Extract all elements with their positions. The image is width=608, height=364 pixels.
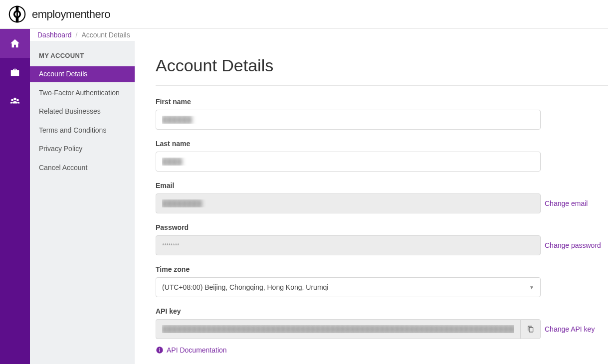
nav-briefcase[interactable] [0,58,30,87]
chevron-down-icon: ▼ [529,285,534,290]
timezone-row: Time zone (UTC+08:00) Beijing, Chongqing… [156,265,608,297]
timezone-label: Time zone [156,265,608,273]
last-name-row: Last name [156,140,608,172]
email-input [156,193,541,213]
last-name-label: Last name [156,140,608,148]
breadcrumb: Dashboard / Account Details [30,29,608,41]
sidebar-title: MY ACCOUNT [30,52,135,66]
people-icon [9,96,20,107]
api-documentation-link[interactable]: API Documentation [156,346,608,354]
nav-home[interactable] [0,29,30,58]
email-label: Email [156,182,608,189]
copy-icon [527,326,534,333]
copy-api-key-button[interactable] [521,319,541,339]
timezone-select[interactable]: (UTC+08:00) Beijing, Chongqing, Hong Kon… [156,277,541,297]
account-sidebar: MY ACCOUNT Account Details Two-Factor Au… [30,41,135,364]
timezone-value: (UTC+08:00) Beijing, Chongqing, Hong Kon… [162,283,328,291]
sidebar-item-cancel[interactable]: Cancel Account [30,160,135,176]
breadcrumb-dashboard[interactable]: Dashboard [37,31,72,39]
last-name-input[interactable] [156,152,541,172]
password-input [156,235,541,255]
api-key-input [156,319,521,339]
svg-rect-6 [159,348,160,349]
breadcrumb-current: Account Details [81,31,130,39]
nav-people[interactable] [0,87,30,116]
page-content: Account Details First name Last name Ema… [135,41,608,364]
divider [156,85,608,86]
svg-rect-5 [159,350,160,352]
nav-rail [0,29,30,364]
logo-text: employmenthero [32,8,110,21]
page-title: Account Details [156,56,608,75]
info-icon [156,346,164,354]
logo-icon [8,5,26,23]
password-row: Password Change password [156,223,608,255]
first-name-row: First name [156,98,608,130]
api-key-row: API key Change API key API Documentation [156,307,608,354]
password-label: Password [156,223,608,231]
email-row: Email Change email [156,182,608,213]
change-api-key-link[interactable]: Change API key [545,325,595,333]
home-icon [9,38,20,49]
svg-rect-3 [16,12,18,16]
api-key-label: API key [156,307,608,315]
change-password-link[interactable]: Change password [545,241,601,249]
sidebar-item-related-businesses[interactable]: Related Businesses [30,104,135,120]
sidebar-item-privacy[interactable]: Privacy Policy [30,141,135,157]
sidebar-item-account-details[interactable]: Account Details [30,66,135,82]
briefcase-icon [9,67,20,78]
breadcrumb-sep: / [76,31,78,39]
logo[interactable]: employmenthero [8,5,110,23]
app-header: employmenthero [0,0,608,29]
change-email-link[interactable]: Change email [545,199,588,207]
sidebar-item-terms[interactable]: Terms and Conditions [30,123,135,139]
first-name-input[interactable] [156,110,541,130]
sidebar-item-2fa[interactable]: Two-Factor Authentication [30,85,135,101]
first-name-label: First name [156,98,608,106]
